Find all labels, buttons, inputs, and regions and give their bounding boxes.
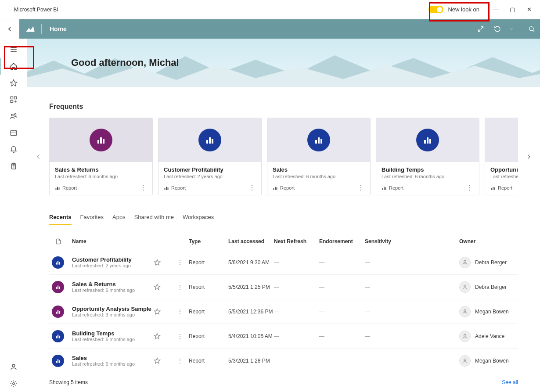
row-endorsement: — xyxy=(319,284,365,290)
row-owner: Megan Bowen xyxy=(459,355,540,367)
back-button[interactable] xyxy=(0,19,19,39)
report-icon xyxy=(52,330,64,342)
search-button[interactable] xyxy=(523,19,540,39)
report-icon xyxy=(416,129,439,151)
svg-rect-18 xyxy=(209,137,211,144)
more-button[interactable]: ⋮ xyxy=(171,333,189,339)
row-subtitle: Last refreshed: 6 months ago xyxy=(72,288,154,293)
table-row[interactable]: Building TempsLast refreshed: 6 months a… xyxy=(49,324,518,349)
card-subtitle: Last refreshed: 2 years ago xyxy=(164,174,256,179)
more-button[interactable]: ⋮ xyxy=(171,358,189,364)
svg-rect-17 xyxy=(206,140,208,144)
frequent-card[interactable]: Building TempsLast refreshed: 6 months a… xyxy=(376,118,479,195)
nav-hamburger[interactable] xyxy=(0,41,27,58)
card-thumb xyxy=(376,118,479,162)
minimize-button[interactable]: — xyxy=(492,6,500,13)
tab-shared-with-me[interactable]: Shared with me xyxy=(134,214,174,225)
more-button[interactable]: ⋮ xyxy=(171,284,189,290)
avatar-icon xyxy=(459,331,471,342)
col-type[interactable]: Type xyxy=(189,238,228,245)
card-more-button[interactable]: ⋮ xyxy=(466,187,474,189)
left-nav xyxy=(0,39,27,392)
favorite-button[interactable] xyxy=(154,308,171,315)
app-title: Microsoft Power BI xyxy=(14,7,58,13)
nav-favorites[interactable] xyxy=(0,75,27,91)
svg-rect-15 xyxy=(57,187,58,190)
svg-rect-38 xyxy=(491,188,492,190)
col-sensitivity[interactable]: Sensitivity xyxy=(365,238,411,245)
card-type: Report xyxy=(164,185,186,191)
avatar-icon xyxy=(459,355,471,367)
nav-workspaces[interactable] xyxy=(0,125,27,141)
table-row[interactable]: Sales & ReturnsLast refreshed: 6 months … xyxy=(49,275,518,299)
table-row[interactable]: SalesLast refreshed: 6 months ago ⋮ Repo… xyxy=(49,349,518,373)
nav-account[interactable] xyxy=(0,359,27,375)
carousel-prev[interactable] xyxy=(32,146,45,168)
breadcrumb-home[interactable]: Home xyxy=(42,25,75,32)
table-row[interactable]: Customer ProfitabilityLast refreshed: 2 … xyxy=(49,250,518,275)
row-endorsement: — xyxy=(319,309,365,315)
card-more-button[interactable]: ⋮ xyxy=(357,187,365,189)
frequent-card[interactable]: Customer ProfitabilityLast refreshed: 2 … xyxy=(158,118,262,195)
nav-notifications[interactable] xyxy=(0,141,27,158)
avatar-icon xyxy=(459,306,471,317)
col-owner[interactable]: Owner xyxy=(459,238,540,245)
svg-point-56 xyxy=(464,334,466,336)
nav-apps[interactable] xyxy=(0,91,27,108)
card-more-button[interactable]: ⋮ xyxy=(248,187,256,189)
nav-clipboard[interactable] xyxy=(0,158,27,175)
card-more-button[interactable]: ⋮ xyxy=(139,187,147,189)
fullscreen-button[interactable] xyxy=(472,19,489,39)
row-name: Sales & Returns xyxy=(72,281,154,288)
carousel-next[interactable] xyxy=(522,146,535,168)
cards-container: Sales & ReturnsLast refreshed: 6 months … xyxy=(49,118,518,195)
svg-rect-49 xyxy=(56,312,57,314)
svg-rect-20 xyxy=(165,188,166,190)
see-all-link[interactable]: See all xyxy=(502,379,518,385)
svg-rect-40 xyxy=(494,187,495,190)
report-icon xyxy=(52,281,64,293)
row-type: Report xyxy=(189,284,228,290)
tab-workspaces[interactable]: Workspaces xyxy=(183,214,214,225)
tab-recents[interactable]: Recents xyxy=(49,214,72,225)
col-endorsement[interactable]: Endorsement xyxy=(319,238,365,245)
svg-rect-57 xyxy=(56,361,57,363)
favorite-button[interactable] xyxy=(154,357,171,364)
svg-rect-45 xyxy=(56,287,57,289)
col-next[interactable]: Next Refresh xyxy=(274,238,319,245)
row-last: 5/5/2021 1:25 PM xyxy=(228,284,274,290)
main-content: Good afternoon, Michal Frequents Sales &… xyxy=(27,39,540,392)
favorite-button[interactable] xyxy=(154,259,171,266)
svg-point-9 xyxy=(12,364,15,367)
nav-settings[interactable] xyxy=(0,375,27,392)
tab-apps[interactable]: Apps xyxy=(112,214,126,225)
tab-favorites[interactable]: Favorites xyxy=(80,214,104,225)
table-row[interactable]: Opportunity Analysis SampleLast refreshe… xyxy=(49,299,518,324)
nav-shared[interactable] xyxy=(0,108,27,125)
frequent-card[interactable]: Sales & ReturnsLast refreshed: 6 months … xyxy=(49,118,153,195)
frequent-card[interactable]: Opportunity AnalysisLast refreshed: 3 mo… xyxy=(485,118,518,195)
frequent-card[interactable]: SalesLast refreshed: 6 months ago Report… xyxy=(267,118,371,195)
svg-point-10 xyxy=(12,383,14,385)
maximize-button[interactable]: ▢ xyxy=(508,6,516,13)
nav-home[interactable] xyxy=(0,58,26,75)
more-button[interactable]: ⋮ xyxy=(171,309,189,315)
card-type: Report xyxy=(490,185,512,191)
new-look-toggle[interactable]: New look on xyxy=(428,6,479,13)
workspace-logo[interactable] xyxy=(19,23,41,35)
svg-rect-41 xyxy=(56,263,57,265)
card-subtitle: Last refreshed: 3 months ago xyxy=(490,174,518,179)
row-last: 5/5/2021 12:36 PM xyxy=(228,309,274,315)
content-tabs: RecentsFavoritesAppsShared with meWorksp… xyxy=(49,214,518,226)
favorite-button[interactable] xyxy=(154,333,171,340)
more-button[interactable]: ⋮ xyxy=(171,259,189,266)
col-name[interactable]: Name xyxy=(72,238,189,245)
svg-rect-29 xyxy=(424,140,426,144)
svg-rect-3 xyxy=(11,101,13,103)
svg-point-5 xyxy=(14,114,16,115)
col-last[interactable]: Last accessed xyxy=(228,238,274,245)
close-button[interactable]: ✕ xyxy=(525,6,533,13)
refresh-dropdown[interactable] xyxy=(503,19,520,39)
row-name: Opportunity Analysis Sample xyxy=(72,306,154,312)
favorite-button[interactable] xyxy=(154,284,171,291)
